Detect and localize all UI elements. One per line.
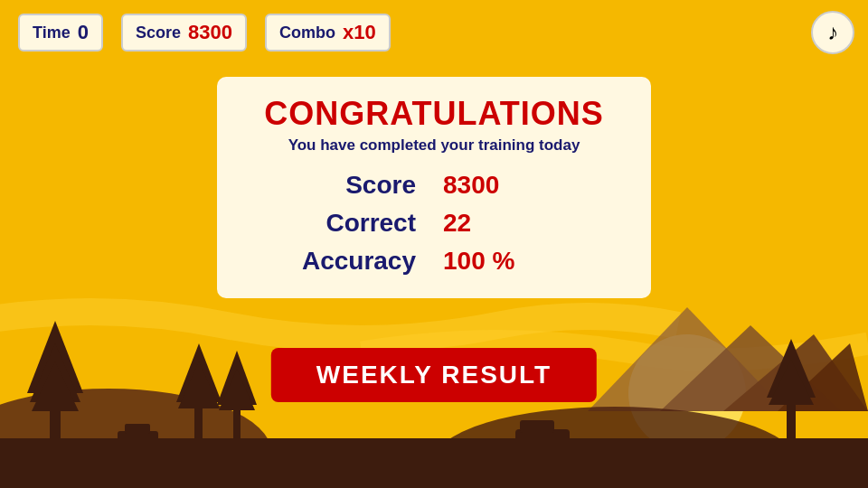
score-header-value: 8300	[188, 21, 232, 44]
combo-box: Combo x10	[265, 14, 391, 52]
accuracy-label: Accuracy	[262, 247, 425, 276]
congrats-title: CONGRATULATIONS	[262, 95, 606, 133]
congratulations-card: CONGRATULATIONS You have completed your …	[217, 77, 651, 298]
congrats-subtitle: You have completed your training today	[262, 136, 606, 155]
stats-grid: Score 8300 Correct 22 Accuracy 100 %	[262, 171, 606, 276]
correct-value: 22	[443, 209, 606, 238]
time-value: 0	[78, 21, 89, 44]
combo-label: Combo	[279, 23, 335, 42]
combo-value: x10	[343, 21, 376, 44]
correct-label: Correct	[262, 209, 425, 238]
score-header-label: Score	[136, 23, 181, 42]
score-result-label: Score	[262, 171, 425, 200]
weekly-result-button[interactable]: WEEKLY RESULT	[271, 348, 597, 402]
score-box: Score 8300	[121, 14, 247, 52]
time-label: Time	[33, 23, 71, 42]
score-result-value: 8300	[443, 171, 606, 200]
accuracy-value: 100 %	[443, 247, 606, 276]
music-button[interactable]: ♪	[811, 11, 854, 54]
time-box: Time 0	[18, 14, 103, 52]
header: Time 0 Score 8300 Combo x10	[18, 14, 850, 52]
music-icon: ♪	[827, 20, 838, 45]
